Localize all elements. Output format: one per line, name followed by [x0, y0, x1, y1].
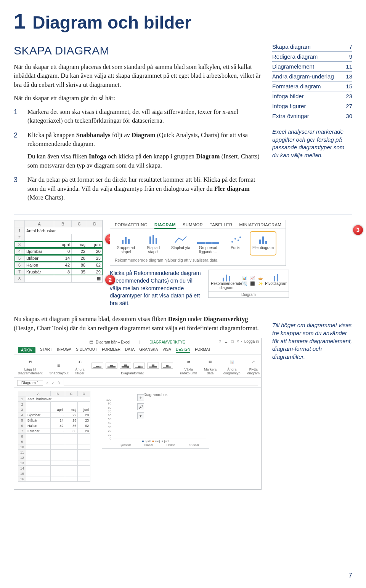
chart-type-icon[interactable]: 📈 — [250, 276, 257, 280]
figure-caption: Klicka på Rekommenderade diagram (Recomm… — [110, 270, 201, 307]
qa-item[interactable]: Grupperad stapel — [114, 233, 138, 254]
ribbon-button[interactable]: ◩Lägg till diagramelement — [18, 357, 43, 375]
svg-point-3 — [239, 236, 241, 238]
quick-analysis-panel: FORMATERING DIAGRAM SUMMOR TABELLER MINI… — [110, 220, 352, 266]
ribbon-tab[interactable]: FORMAT — [195, 347, 210, 353]
ribbon-tab[interactable]: VISA — [162, 347, 171, 353]
chart-filters-button[interactable]: ▾ — [137, 412, 144, 419]
svg-point-1 — [234, 238, 236, 240]
excel-window: 🗔 Diagram bär – Excel | DIAGRAMVERKTYG ?… — [14, 338, 262, 490]
step-1: Markera det som ska visas i diagrammet, … — [14, 107, 262, 125]
recommended-charts-button[interactable]: Rekommenderade diagram — [211, 272, 242, 290]
qa-tab[interactable]: FORMATERING — [115, 222, 148, 227]
body-paragraph: Nu skapas ett diagram på samma blad, des… — [14, 315, 262, 332]
chart-type-icon[interactable]: 📊 — [242, 276, 249, 280]
ribbon-button[interactable]: ⤢Flytta diagram — [247, 357, 260, 375]
chart-type-icon[interactable]: 🥧 — [258, 276, 265, 280]
step-3: När du pekar på ett format ser du direkt… — [14, 175, 262, 202]
qa-footer-text: Rekommenderade diagram hjälper dig att v… — [110, 256, 286, 265]
ribbon-tab[interactable]: GRANSKA — [139, 347, 158, 353]
qa-tab[interactable]: MINIATYRDIAGRAM — [239, 222, 282, 227]
ribbon-style-gallery[interactable]: ▁▃▂ ▂▅▃ ▃▆▄ ▁▄▂ ▂▆▃ ▁▅▂ Diagramformat — [92, 361, 173, 375]
ribbon-tab[interactable]: ARKIV — [18, 347, 35, 353]
ribbon-button[interactable]: ◐Ändra färger — [75, 357, 85, 375]
ribbon-button[interactable]: ▦Snabblayout — [50, 361, 69, 375]
chapter-title: Diagram och bilder — [32, 14, 191, 31]
side-note: Excel analyserar markerade uppgifter och… — [272, 128, 352, 160]
qa-item[interactable]: Staplad stapel — [141, 233, 165, 254]
ribbon-tab[interactable]: DESIGN — [176, 347, 190, 353]
svg-point-0 — [231, 241, 233, 243]
chart-type-icon[interactable]: ✨ — [258, 281, 265, 286]
section-heading: SKAPA DIAGRAM — [14, 44, 262, 57]
ribbon-button[interactable]: ▦Markera data — [204, 357, 217, 375]
qa-item[interactable]: Staplad yta — [169, 233, 193, 254]
qa-item[interactable]: Punkt — [224, 233, 247, 254]
chart-elements-button[interactable]: + — [137, 394, 144, 401]
qa-tab[interactable]: TABELLER — [210, 222, 232, 227]
chart-styles-button[interactable]: 🖌 — [137, 403, 144, 410]
qa-tab[interactable]: DIAGRAM — [154, 222, 176, 229]
worksheet-grid[interactable]: ABCD 1Antal bärbuskar 2 3aprilmajjuni 4B… — [18, 391, 90, 482]
chapter-number: 1 — [14, 11, 26, 32]
ribbon-tab[interactable]: START — [40, 347, 52, 353]
formula-bar[interactable] — [64, 380, 258, 386]
mini-toc: Skapa diagram7 Redigera diagram9 Diagram… — [272, 42, 352, 121]
callout-badge-3: 3 — [353, 225, 363, 235]
ribbon-button[interactable]: ⇄Växla rad/kolumn — [180, 357, 197, 375]
spreadsheet-snippet: A B C D 1Antal bärbuskar 2 3aprilmajjuni… — [14, 220, 103, 283]
intro-paragraph: När du skapar ett diagram placeras det s… — [14, 62, 262, 89]
page-number: 7 — [348, 572, 352, 580]
ribbon-diagram-group: Rekommenderade diagram 📊 📈 🥧 📉 ⬛ ✨ — [208, 270, 289, 298]
qa-tab[interactable]: SUMMOR — [183, 222, 203, 227]
chart-type-icon[interactable]: ⬛ — [250, 281, 257, 286]
svg-point-2 — [238, 240, 239, 241]
intro-paragraph: När du skapar ett diagram gör du så här: — [14, 94, 262, 102]
step-2: Klicka på knappen Snabbanalys följt av D… — [14, 131, 262, 170]
ribbon-tab[interactable]: SIDLAYOUT — [76, 347, 97, 353]
chart-type-icon[interactable]: 📉 — [242, 281, 249, 286]
side-note: Till höger om diagrammet visas tre knapp… — [272, 321, 352, 361]
ribbon-tab[interactable]: FORMLER — [102, 347, 120, 353]
divider — [14, 214, 352, 214]
name-box[interactable]: Diagram 1 — [17, 380, 43, 386]
pivot-chart-button[interactable]: Pivotdiagram — [265, 272, 287, 290]
ribbon-tab[interactable]: INFOGA — [57, 347, 71, 353]
qa-item-more-charts[interactable]: Fler diagram — [251, 233, 275, 254]
ribbon-button[interactable]: 📊Ändra diagramtyp — [223, 357, 241, 375]
embedded-chart[interactable]: Diagramrubrik 1009080706050403020100 Bjö… — [102, 391, 209, 449]
qa-item[interactable]: Grupperad liggande… — [196, 233, 220, 254]
ribbon-tab[interactable]: DATA — [125, 347, 135, 353]
